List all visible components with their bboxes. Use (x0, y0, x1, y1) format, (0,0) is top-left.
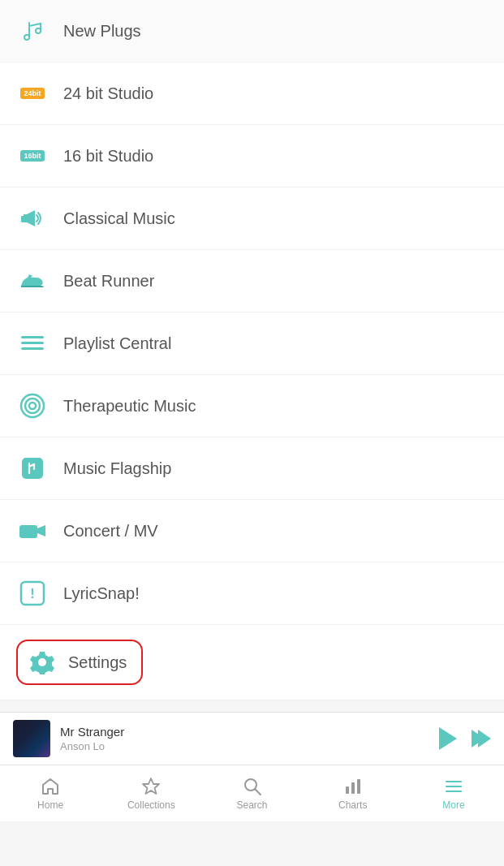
menu-item-16bit[interactable]: 16bit 16 bit Studio (0, 125, 504, 187)
now-playing-bar: Mr Stranger Anson Lo (0, 712, 504, 765)
menu-icon (444, 777, 463, 796)
svg-rect-2 (21, 342, 44, 344)
spiral-icon (16, 390, 49, 422)
svg-rect-18 (357, 779, 360, 794)
player-controls (439, 727, 491, 750)
list-icon (16, 327, 49, 360)
menu-item-label: 24 bit Studio (63, 84, 153, 103)
track-name: Mr Stranger (60, 725, 439, 739)
menu-item-classical[interactable]: Classical Music (0, 187, 504, 250)
search-icon (243, 777, 262, 796)
menu-item-concert-mv[interactable]: Concert / MV (0, 500, 504, 562)
svg-rect-17 (351, 782, 355, 794)
svg-rect-3 (21, 347, 44, 350)
menu-item-label: Concert / MV (63, 522, 158, 541)
menu-item-label: Playlist Central (63, 334, 171, 353)
menu-item-label: Beat Runner (63, 272, 154, 291)
menu-item-music-flagship[interactable]: Music Flagship (0, 437, 504, 500)
video-camera-icon (16, 515, 49, 547)
home-icon (41, 777, 60, 796)
menu-item-label: Therapeutic Music (63, 397, 196, 416)
nav-home-label: Home (37, 799, 63, 811)
menu-item-beat-runner[interactable]: Beat Runner (0, 250, 504, 312)
bottom-nav: Home Collections Search Charts More (0, 765, 504, 821)
play-button[interactable] (439, 727, 457, 750)
gear-icon (26, 646, 58, 679)
nav-charts-label: Charts (338, 799, 367, 811)
star-icon (141, 777, 161, 796)
menu-item-lyricsnap[interactable]: ! LyricSnap! (0, 562, 504, 625)
album-art (13, 720, 50, 757)
svg-point-7 (29, 403, 36, 409)
menu-item-label: Classical Music (63, 209, 175, 228)
menu-list: New Plugs 24bit 24 bit Studio 16bit 16 b… (0, 0, 504, 712)
classical-icon (16, 202, 49, 235)
badge-16-icon: 16bit (16, 140, 49, 172)
menu-item-label: LyricSnap! (63, 584, 140, 603)
svg-rect-8 (22, 458, 43, 479)
music-note-icon (16, 15, 49, 47)
bar-chart-icon (343, 777, 363, 796)
nav-search-label: Search (236, 799, 267, 811)
svg-rect-0 (21, 216, 24, 222)
svg-rect-16 (346, 786, 349, 794)
nav-home[interactable]: Home (0, 765, 101, 821)
settings-label: Settings (68, 653, 127, 672)
nav-more-label: More (442, 799, 464, 811)
svg-point-12 (38, 658, 46, 666)
svg-line-15 (255, 789, 261, 795)
nav-collections[interactable]: Collections (101, 765, 201, 821)
nav-search[interactable]: Search (201, 765, 302, 821)
badge-24-icon: 24bit (16, 77, 49, 110)
lyric-icon: ! (16, 577, 49, 610)
menu-item-24bit[interactable]: 24bit 24 bit Studio (0, 62, 504, 125)
svg-rect-9 (19, 525, 37, 538)
music-flag-icon (16, 452, 49, 485)
menu-item-settings[interactable]: Settings (0, 625, 504, 700)
menu-item-playlist-central[interactable]: Playlist Central (0, 312, 504, 375)
nav-more[interactable]: More (403, 765, 504, 821)
svg-point-6 (25, 399, 40, 413)
menu-item-therapeutic[interactable]: Therapeutic Music (0, 375, 504, 437)
menu-item-new-plugs[interactable]: New Plugs (0, 0, 504, 62)
menu-item-label: New Plugs (63, 22, 141, 41)
track-info: Mr Stranger Anson Lo (60, 725, 439, 752)
svg-text:!: ! (30, 587, 34, 601)
nav-charts[interactable]: Charts (303, 765, 403, 821)
nav-collections-label: Collections (127, 799, 175, 811)
menu-item-label: Music Flagship (63, 459, 171, 478)
fast-forward-button[interactable] (472, 730, 491, 748)
menu-item-label: 16 bit Studio (63, 147, 153, 166)
offline-mode-row: Offline Mode (0, 700, 504, 712)
track-artist: Anson Lo (60, 740, 439, 752)
svg-rect-1 (21, 336, 44, 338)
shoe-icon (16, 265, 49, 297)
svg-marker-13 (143, 778, 159, 794)
